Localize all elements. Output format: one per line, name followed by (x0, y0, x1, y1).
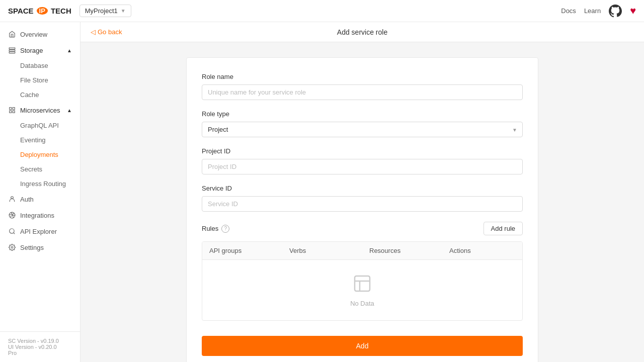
sidebar-item-auth[interactable]: Auth (0, 191, 80, 207)
sidebar-sub-storage: Database File Store Cache (0, 58, 80, 102)
svg-rect-12 (355, 276, 370, 291)
rules-table-header: API groups Verbs Resources Actions (202, 242, 522, 260)
table-header-verbs: Verbs (282, 242, 362, 259)
sidebar-footer: SC Version - v0.19.0 UI Version - v0.20.… (0, 331, 80, 362)
chevron-up-icon: ▲ (67, 48, 72, 53)
role-type-select[interactable]: Project (202, 122, 523, 137)
svg-rect-1 (9, 50, 15, 51)
svg-point-11 (11, 246, 13, 248)
sidebar-item-overview[interactable]: Overview (0, 26, 80, 42)
logo: SPACE IP TECH (8, 7, 71, 15)
role-type-select-wrapper: Project (202, 122, 523, 137)
no-data-text: No Data (350, 300, 374, 307)
role-type-group: Role type Project (202, 110, 523, 137)
sidebar-item-eventing[interactable]: Eventing (0, 133, 80, 147)
header-left: SPACE IP TECH MyProject1 ▼ (8, 5, 131, 17)
go-back-arrow: ◁ (91, 28, 96, 36)
table-header-resources: Resources (362, 242, 442, 259)
sidebar-item-cache[interactable]: Cache (0, 87, 80, 102)
heart-icon[interactable]: ♥ (630, 5, 636, 17)
go-back-button[interactable]: ◁ Go back (91, 28, 122, 36)
service-id-group: Service ID (202, 185, 523, 212)
app-header: SPACE IP TECH MyProject1 ▼ Docs Learn ♥ (0, 0, 644, 22)
table-header-actions: Actions (442, 242, 522, 259)
sidebar-item-integrations-label: Integrations (20, 212, 54, 219)
app-body: Overview Storage ▲ Database File Store C… (0, 22, 644, 362)
auth-icon (8, 195, 16, 203)
project-id-label: Project ID (202, 147, 523, 155)
svg-rect-5 (10, 111, 12, 113)
sidebar-item-integrations[interactable]: Integrations (0, 207, 80, 223)
svg-point-9 (10, 229, 14, 233)
rules-group: Rules ? Add rule API groups Verbs Resour… (202, 222, 523, 321)
logo-ip: IP (37, 7, 48, 15)
project-selector-label: MyProject1 (85, 7, 118, 15)
svg-line-10 (14, 233, 15, 234)
sidebar-item-settings[interactable]: Settings (0, 239, 80, 255)
service-id-input[interactable] (202, 196, 523, 212)
chevron-down-icon: ▼ (121, 8, 126, 14)
sidebar-item-settings-label: Settings (20, 244, 44, 251)
svg-rect-4 (13, 108, 15, 110)
no-data-icon (352, 274, 372, 294)
page-title: Add service role (337, 28, 387, 36)
sidebar-item-deployments[interactable]: Deployments (0, 147, 80, 162)
role-type-label: Role type (202, 110, 523, 118)
rules-label-container: Rules ? (202, 225, 229, 233)
role-name-input[interactable] (202, 84, 523, 100)
sidebar-item-api-explorer-label: API Explorer (20, 228, 57, 235)
sidebar-item-overview-label: Overview (20, 31, 47, 38)
grid-icon (8, 106, 16, 114)
storage-icon (8, 46, 16, 54)
home-icon (8, 30, 16, 38)
add-rule-button[interactable]: Add rule (484, 222, 523, 235)
rules-label-text: Rules (202, 225, 218, 232)
sidebar-item-microservices[interactable]: Microservices ▲ (0, 102, 80, 118)
table-header-api-groups: API groups (202, 242, 282, 259)
learn-link[interactable]: Learn (584, 7, 601, 15)
role-name-label: Role name (202, 73, 523, 80)
info-icon[interactable]: ? (221, 225, 229, 233)
svg-point-7 (11, 197, 14, 199)
github-icon[interactable] (609, 5, 622, 18)
rules-table-body: No Data (202, 260, 522, 320)
sidebar-item-api-explorer[interactable]: API Explorer (0, 223, 80, 239)
sidebar-item-storage-label: Storage (20, 47, 43, 54)
sidebar-item-database[interactable]: Database (0, 58, 80, 73)
sidebar-item-ingress-routing[interactable]: Ingress Routing (0, 176, 80, 191)
project-id-group: Project ID (202, 147, 523, 174)
sidebar-item-secrets[interactable]: Secrets (0, 162, 80, 176)
sidebar-item-file-store[interactable]: File Store (0, 73, 80, 87)
docs-link[interactable]: Docs (561, 7, 576, 15)
project-selector[interactable]: MyProject1 ▼ (79, 5, 131, 17)
form-container: Role name Role type Project Project ID S (186, 57, 538, 362)
sidebar: Overview Storage ▲ Database File Store C… (0, 22, 80, 362)
svg-rect-2 (9, 52, 15, 53)
sidebar-item-auth-label: Auth (20, 196, 34, 203)
api-icon (8, 227, 16, 235)
rules-table: API groups Verbs Resources Actions (202, 241, 523, 321)
sc-version: SC Version - v0.19.0 (8, 338, 72, 344)
settings-icon (8, 243, 16, 251)
header-right: Docs Learn ♥ (561, 5, 636, 18)
plan-label: Pro (8, 350, 72, 356)
logo-tech: TECH (51, 7, 71, 15)
sidebar-item-graphql-api[interactable]: GraphQL API (0, 118, 80, 133)
svg-rect-6 (13, 111, 15, 113)
integrations-icon (8, 211, 16, 219)
main-content: ◁ Go back Add service role Role name Rol… (80, 22, 644, 362)
logo-space: SPACE (8, 7, 34, 15)
service-id-label: Service ID (202, 185, 523, 192)
role-name-group: Role name (202, 73, 523, 100)
sidebar-nav: Overview Storage ▲ Database File Store C… (0, 22, 80, 331)
chevron-up-icon-2: ▲ (67, 108, 72, 113)
page-header: ◁ Go back Add service role (80, 22, 644, 42)
sidebar-item-storage[interactable]: Storage ▲ (0, 42, 80, 58)
sidebar-item-microservices-label: Microservices (20, 107, 60, 114)
svg-rect-3 (10, 108, 12, 110)
project-id-input[interactable] (202, 159, 523, 174)
add-button[interactable]: Add (202, 336, 523, 356)
ui-version: UI Version - v0.20.0 (8, 344, 72, 350)
sidebar-sub-microservices: GraphQL API Eventing Deployments Secrets… (0, 118, 80, 191)
rules-header: Rules ? Add rule (202, 222, 523, 235)
